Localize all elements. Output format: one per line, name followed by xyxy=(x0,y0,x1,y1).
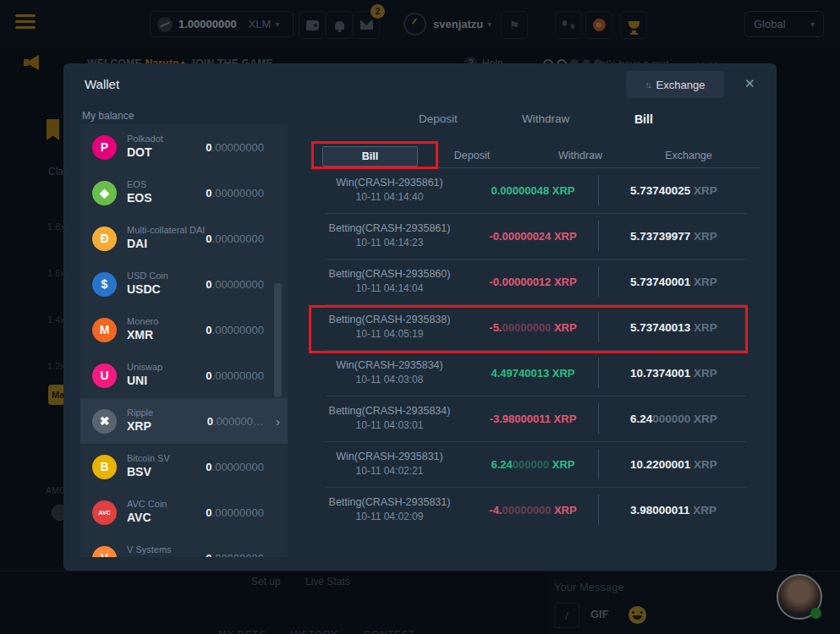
coin-symbol: BSV xyxy=(127,465,170,480)
coin-name: Uniswap xyxy=(127,362,162,374)
scrollbar-thumb[interactable] xyxy=(274,283,282,397)
dai-icon: Đ xyxy=(92,227,117,251)
coin-symbol: XMR xyxy=(127,328,158,343)
coin-row-polkadot[interactable]: PPolkadotDOT0.00000000 xyxy=(80,124,288,170)
chevron-right-icon: › xyxy=(276,414,280,429)
exchange-arrows-icon: ↑↓ xyxy=(645,80,651,90)
transaction-amount: -0.00000012 XRP xyxy=(468,276,598,288)
transaction-label: Win(CRASH-2935861) xyxy=(311,176,468,191)
coin-symbol: AVC xyxy=(127,511,167,526)
coin-name: AVC Coin xyxy=(127,499,167,511)
coin-balance: 0.00000000 xyxy=(206,278,264,291)
usdc-icon: $ xyxy=(92,272,117,297)
exchange-label: Exchange xyxy=(656,79,705,91)
subtab-bill[interactable]: Bill xyxy=(322,146,418,167)
close-icon[interactable]: ✕ xyxy=(744,76,755,91)
transaction-row: Betting(CRASH-2935838)10-11 04:05:19-5.0… xyxy=(311,304,749,350)
coin-balance: 0.000000… xyxy=(207,415,264,428)
coin-name: V Systems xyxy=(127,544,172,556)
coin-balance: 0.00000000 xyxy=(206,461,264,473)
subtab-deposit[interactable]: Deposit xyxy=(418,144,526,167)
coin-symbol: UNI xyxy=(127,374,162,389)
transaction-time: 10-11 04:14:23 xyxy=(311,236,468,250)
my-balance-label: My balance xyxy=(82,110,134,122)
coin-row-v-systems[interactable]: VV SystemsVSYS0.00000000 xyxy=(80,535,288,557)
transaction-row: Win(CRASH-2935834)10-11 04:03:084.497400… xyxy=(311,350,749,396)
coin-balance: 0.00000000 xyxy=(206,369,264,382)
transaction-balance: 3.98000011 XRP xyxy=(599,504,749,516)
tab-withdraw[interactable]: Withdraw xyxy=(522,112,569,125)
eos-icon: ◆ xyxy=(92,181,117,205)
coin-row-monero[interactable]: MMoneroXMR0.00000000 xyxy=(80,307,288,353)
coin-name: Polkadot xyxy=(127,134,163,145)
transaction-label: Win(CRASH-2935834) xyxy=(311,358,468,374)
transaction-time: 10-11 04:03:01 xyxy=(311,418,468,433)
v-systems-icon: V xyxy=(92,546,117,558)
transaction-balance: 5.73740001 XRP xyxy=(599,276,749,288)
avc-icon: AVC xyxy=(92,500,117,525)
transaction-label: Win(CRASH-2935831) xyxy=(311,450,468,465)
uniswap-icon: U xyxy=(92,363,117,388)
transaction-amount: 6.24000000 XRP xyxy=(468,458,598,471)
transaction-row: Win(CRASH-2935861)10-11 04:14:400.000000… xyxy=(311,167,749,213)
modal-title: Wallet xyxy=(85,77,119,91)
transaction-row: Betting(CRASH-2935831)10-11 04:02:09-4.0… xyxy=(311,487,749,533)
transaction-balance: 5.73740025 XRP xyxy=(599,184,749,197)
coin-balance: 0.00000000 xyxy=(206,324,264,336)
monero-icon: M xyxy=(92,318,117,342)
transaction-balance: 6.24000000 XRP xyxy=(599,413,749,425)
exchange-button[interactable]: ↑↓ Exchange xyxy=(626,71,724,98)
transaction-amount: -5.00000000 XRP xyxy=(468,321,598,334)
coin-symbol: EOS xyxy=(127,191,152,206)
transaction-amount: -4.00000000 XRP xyxy=(468,504,598,516)
transaction-label: Betting(CRASH-2935861) xyxy=(311,221,468,237)
transaction-label: Betting(CRASH-2935838) xyxy=(311,313,468,328)
transaction-row: Win(CRASH-2935831)10-11 04:02:216.240000… xyxy=(311,441,749,487)
transaction-time: 10-11 04:05:19 xyxy=(311,327,468,342)
transaction-amount: -3.98000011 XRP xyxy=(468,413,598,425)
coin-balance: 0.00000000 xyxy=(206,141,264,154)
coin-row-avc[interactable]: AVCAVC CoinAVC0.00000000 xyxy=(80,489,288,535)
coin-name: USD Coin xyxy=(127,271,168,282)
transaction-time: 10-11 04:14:04 xyxy=(311,281,468,296)
transaction-row: Betting(CRASH-2935861)10-11 04:14:23-0.0… xyxy=(311,213,749,259)
transaction-balance: 5.73740013 XRP xyxy=(599,321,749,334)
transaction-label: Betting(CRASH-2935860) xyxy=(311,267,468,282)
tab-deposit[interactable]: Deposit xyxy=(419,112,458,125)
transaction-amount: 0.00000048 XRP xyxy=(468,184,598,197)
coin-row-eos[interactable]: ◆EOSEOS0.00000000 xyxy=(80,170,288,216)
transaction-row: Betting(CRASH-2935860)10-11 04:14:04-0.0… xyxy=(311,259,749,304)
transaction-amount: -0.00000024 XRP xyxy=(468,230,598,243)
coin-row-ripple[interactable]: ✖RippleXRP0.000000…› xyxy=(80,398,288,444)
transaction-time: 10-11 04:02:09 xyxy=(311,510,468,524)
coin-row-usdc[interactable]: $USD CoinUSDC0.00000000 xyxy=(80,261,288,307)
coin-symbol: USDC xyxy=(127,282,168,298)
transaction-balance: 10.2200001 XRP xyxy=(599,458,749,471)
coin-symbol: VSYS xyxy=(127,556,172,557)
wallet-modal: Wallet ↑↓ Exchange ✕ My balance DepositW… xyxy=(63,63,777,571)
coin-row-bitcoin-sv[interactable]: BBitcoin SVBSV0.00000000 xyxy=(80,444,288,489)
subtab-withdraw[interactable]: Withdraw xyxy=(526,144,634,167)
transaction-label: Betting(CRASH-2935831) xyxy=(311,495,468,511)
coin-symbol: DAI xyxy=(127,237,205,252)
coin-name: EOS xyxy=(127,179,152,191)
app-window: 1.00000000 XLM ▾ 2 svenjatzu ▾ ⚑ B Globa… xyxy=(0,0,840,634)
coin-symbol: XRP xyxy=(127,419,153,435)
ripple-icon: ✖ xyxy=(92,409,117,434)
polkadot-icon: P xyxy=(92,135,117,160)
coin-balance: 0.00000000 xyxy=(206,506,264,519)
bill-subtabs: BillDepositWithdrawExchange xyxy=(311,144,760,168)
bitcoin-sv-icon: B xyxy=(92,455,117,479)
coin-name: Monero xyxy=(127,316,158,328)
coin-symbol: DOT xyxy=(127,145,163,161)
transaction-row: Betting(CRASH-2935834)10-11 04:03:01-3.9… xyxy=(311,396,749,441)
coin-name: Multi-collateral DAI xyxy=(127,225,205,237)
transaction-time: 10-11 04:14:40 xyxy=(311,190,468,205)
coin-row-dai[interactable]: ĐMulti-collateral DAIDAI0.00000000 xyxy=(80,216,288,261)
coin-balance: 0.00000000 xyxy=(206,552,264,558)
tab-bill[interactable]: Bill xyxy=(634,112,653,126)
coin-balance: 0.00000000 xyxy=(206,232,264,245)
transaction-time: 10-11 04:02:21 xyxy=(311,464,468,478)
subtab-exchange[interactable]: Exchange xyxy=(634,144,743,167)
coin-row-uniswap[interactable]: UUniswapUNI0.00000000 xyxy=(80,353,288,398)
